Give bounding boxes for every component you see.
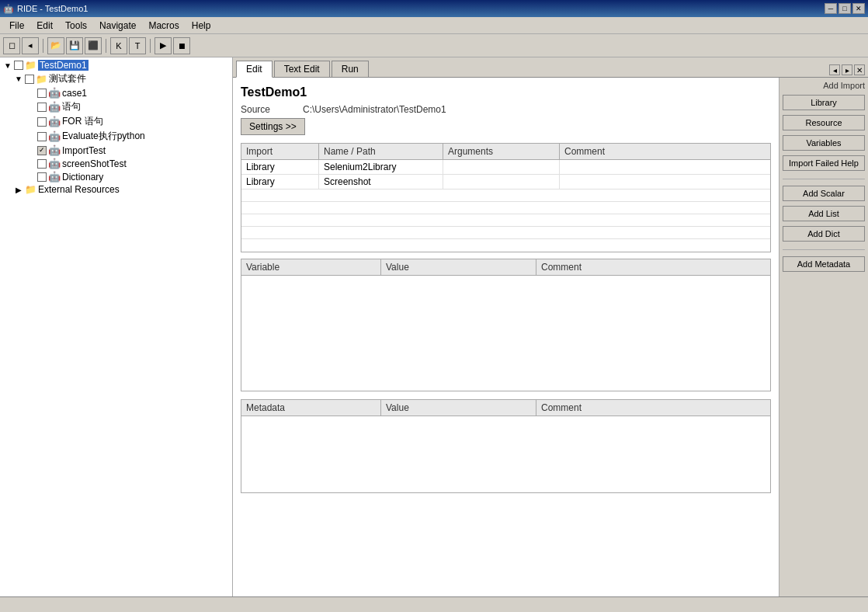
window-title: RIDE - TestDemo1	[17, 4, 89, 13]
robot-icon-foryu: 🤖	[48, 116, 61, 127]
maximize-button[interactable]: □	[838, 3, 851, 14]
menu-tools[interactable]: Tools	[59, 19, 93, 33]
add-list-button[interactable]: Add List	[783, 206, 865, 221]
resource-button[interactable]: Resource	[783, 115, 865, 130]
status-bar	[0, 596, 868, 612]
checkbox-foryu[interactable]	[37, 117, 47, 127]
import-row-empty-3	[241, 214, 770, 227]
metadata-section: Metadata Value Comment	[241, 399, 771, 493]
tab-bar: Edit Text Edit Run ◂ ▸ ✕	[233, 57, 868, 78]
variables-button[interactable]: Variables	[783, 135, 865, 151]
checkbox-wuyu[interactable]	[37, 103, 47, 112]
tab-run[interactable]: Run	[332, 61, 369, 77]
checkbox-screenshottest[interactable]	[37, 159, 47, 169]
play-button[interactable]: ▶	[155, 37, 172, 54]
menu-navigate[interactable]: Navigate	[93, 19, 142, 33]
new-button[interactable]: ◻	[3, 37, 20, 54]
menu-bar: File Edit Tools Navigate Macros Help	[0, 17, 868, 34]
tree-item-suite[interactable]: ▼ 📁 测试套件	[2, 71, 231, 86]
col-args-header: Arguments	[443, 144, 560, 159]
tree-label-suite: 测试套件	[49, 72, 86, 85]
title-bar: 🤖 RIDE - TestDemo1 ─ □ ✕	[0, 0, 868, 17]
import-failed-help-button[interactable]: Import Failed Help	[783, 155, 865, 171]
robot-icon-screenshottest: 🤖	[48, 158, 61, 169]
checkbox-evaluate[interactable]	[37, 132, 47, 141]
tab-text-edit[interactable]: Text Edit	[274, 61, 330, 77]
tree-item-foryu[interactable]: 🤖 FOR 语句	[2, 114, 231, 129]
tree-label-evaluate: Evaluate执行python	[62, 130, 145, 143]
expand-testdemo1[interactable]: ▼	[3, 61, 12, 70]
tree-label-foryu: FOR 语句	[62, 115, 103, 128]
variable-table-header: Variable Value Comment	[241, 259, 771, 275]
tree-label-importtest: ImportTest	[62, 145, 106, 156]
tree-item-wuyu[interactable]: 🤖 语句	[2, 99, 231, 114]
variable-section: Variable Value Comment	[241, 259, 771, 391]
back-button[interactable]: ◂	[22, 37, 39, 54]
tab-prev-button[interactable]: ◂	[829, 64, 840, 75]
library-button[interactable]: Library	[783, 95, 865, 110]
checkbox-importtest[interactable]	[37, 146, 47, 155]
robot-icon-case1: 🤖	[48, 87, 61, 99]
import-row-0[interactable]: Library Selenium2Library	[241, 160, 770, 175]
t-run-button[interactable]: T	[129, 37, 146, 54]
title-bar-controls[interactable]: ─ □ ✕	[825, 3, 865, 14]
import-row-empty-1	[241, 190, 770, 202]
import-cell-1-1: Screenshot	[319, 175, 443, 189]
tab-next-button[interactable]: ▸	[842, 64, 852, 75]
toolbar-separator-3	[150, 39, 151, 53]
edit-sidebar: Add Import Library Resource Variables Im…	[779, 78, 868, 596]
sidebar-separator-2	[783, 249, 865, 250]
import-row-1[interactable]: Library Screenshot	[241, 175, 770, 190]
tree-label-screenshottest: screenShotTest	[62, 158, 127, 169]
toolbar-separator-2	[106, 39, 106, 53]
tree-item-screenshottest[interactable]: 🤖 screenShotTest	[2, 157, 231, 170]
tab-close-button[interactable]: ✕	[854, 64, 865, 75]
menu-file[interactable]: File	[3, 19, 30, 33]
folder-icon-testdemo1: 📁	[25, 60, 36, 71]
expand-suite[interactable]: ▼	[14, 75, 23, 83]
add-scalar-button[interactable]: Add Scalar	[783, 186, 865, 201]
tree-label-testdemo1: TestDemo1	[38, 60, 89, 71]
menu-edit[interactable]: Edit	[30, 19, 59, 33]
col-meta-comment-header: Comment	[536, 400, 770, 416]
tree-item-importtest[interactable]: 🤖 ImportTest	[2, 144, 231, 157]
import-cell-0-2	[443, 160, 560, 174]
add-dict-button[interactable]: Add Dict	[783, 226, 865, 242]
stop-button[interactable]: ⏹	[173, 37, 190, 54]
tree-item-dictionary[interactable]: 🤖 Dictionary	[2, 170, 231, 183]
expand-external[interactable]: ▶	[14, 186, 23, 194]
close-button[interactable]: ✕	[852, 3, 865, 14]
tree-item-evaluate[interactable]: 🤖 Evaluate执行python	[2, 129, 231, 144]
col-variable-header: Variable	[241, 259, 381, 275]
settings-button[interactable]: Settings >>	[241, 118, 305, 135]
col-import-header: Import	[241, 144, 319, 159]
source-label: Source	[241, 104, 303, 115]
menu-macros[interactable]: Macros	[142, 19, 185, 33]
menu-help[interactable]: Help	[186, 19, 217, 33]
checkbox-dictionary[interactable]	[37, 172, 47, 182]
import-cell-0-3	[560, 160, 770, 174]
tree-item-case1[interactable]: 🤖 case1	[2, 86, 231, 99]
checkbox-testdemo1[interactable]	[14, 61, 23, 70]
tree-item-external[interactable]: ▶ 📁 External Resources	[2, 183, 231, 196]
col-comment-header: Comment	[560, 144, 770, 159]
source-value: C:\Users\Administrator\TestDemo1	[303, 104, 446, 115]
add-metadata-button[interactable]: Add Metadata	[783, 256, 865, 272]
save-all-button[interactable]: ⬛	[85, 37, 102, 54]
sidebar-separator-1	[783, 179, 865, 179]
minimize-button[interactable]: ─	[825, 3, 837, 14]
checkbox-case1[interactable]	[37, 89, 47, 98]
robot-icon-dictionary: 🤖	[48, 171, 61, 183]
title-bar-left: 🤖 RIDE - TestDemo1	[3, 4, 89, 14]
checkbox-suite[interactable]	[25, 75, 34, 84]
tree-item-testdemo1[interactable]: ▼ 📁 TestDemo1	[2, 59, 231, 71]
add-import-label: Add Import	[783, 81, 865, 90]
open-button[interactable]: 📂	[47, 37, 64, 54]
import-cell-1-2	[443, 175, 560, 189]
import-row-empty-4	[241, 227, 770, 239]
k-run-button[interactable]: K	[110, 37, 127, 54]
tree-label-dictionary: Dictionary	[62, 172, 103, 183]
save-button[interactable]: 💾	[66, 37, 83, 54]
tab-edit[interactable]: Edit	[236, 61, 273, 78]
import-row-empty-5	[241, 239, 770, 252]
